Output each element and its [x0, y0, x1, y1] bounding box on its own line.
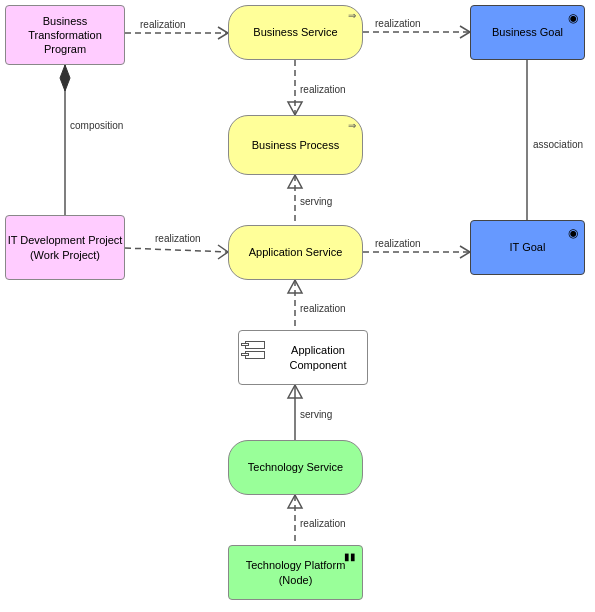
svg-marker-19: [288, 280, 302, 293]
svg-text:realization: realization: [375, 18, 421, 29]
business-service-label: Business Service: [253, 25, 337, 39]
svg-text:realization: realization: [300, 303, 346, 314]
svg-line-2: [125, 248, 228, 252]
it-goal-icon: ◉: [568, 226, 578, 240]
it-goal-label: IT Goal: [510, 240, 546, 254]
svg-marker-22: [288, 385, 302, 398]
application-component-icon: [245, 341, 265, 359]
business-transformation-program-node: Business Transformation Program: [5, 5, 125, 65]
business-service-icon: ⇒: [348, 10, 356, 21]
composition-label: composition: [70, 120, 123, 131]
business-process-node: ⇒ Business Process: [228, 115, 363, 175]
application-service-label: Application Service: [249, 245, 343, 259]
application-component-label: Application Component: [269, 343, 367, 372]
application-component-node: Application Component: [238, 330, 368, 385]
svg-marker-1: [60, 65, 70, 91]
svg-text:realization: realization: [140, 19, 186, 30]
svg-text:serving: serving: [300, 196, 332, 207]
it-development-project-label: IT Development Project (Work Project): [6, 233, 124, 262]
svg-marker-13: [288, 175, 302, 188]
it-development-project-node: IT Development Project (Work Project): [5, 215, 125, 280]
technology-service-node: Technology Service: [228, 440, 363, 495]
business-goal-node: ◉ Business Goal: [470, 5, 585, 60]
svg-text:realization: realization: [155, 233, 201, 244]
technology-service-label: Technology Service: [248, 460, 343, 474]
technology-platform-icon: ▮▮: [344, 551, 356, 562]
business-goal-icon: ◉: [568, 11, 578, 25]
svg-text:association: association: [533, 139, 583, 150]
arrows-layer: realization realization realization real…: [0, 0, 595, 612]
business-process-icon: ⇒: [348, 120, 356, 131]
svg-text:realization: realization: [300, 84, 346, 95]
svg-marker-16: [288, 102, 302, 115]
business-transformation-program-label: Business Transformation Program: [6, 14, 124, 57]
business-process-label: Business Process: [252, 138, 339, 152]
it-goal-node: ◉ IT Goal: [470, 220, 585, 275]
svg-text:realization: realization: [300, 518, 346, 529]
svg-text:serving: serving: [300, 409, 332, 420]
svg-marker-25: [288, 495, 302, 508]
business-goal-label: Business Goal: [492, 25, 563, 39]
svg-text:realization: realization: [375, 238, 421, 249]
diagram: realization realization realization real…: [0, 0, 595, 612]
technology-platform-node: ▮▮ Technology Platform (Node): [228, 545, 363, 600]
technology-platform-label: Technology Platform (Node): [229, 558, 362, 587]
application-service-node: Application Service: [228, 225, 363, 280]
business-service-node: ⇒ Business Service: [228, 5, 363, 60]
